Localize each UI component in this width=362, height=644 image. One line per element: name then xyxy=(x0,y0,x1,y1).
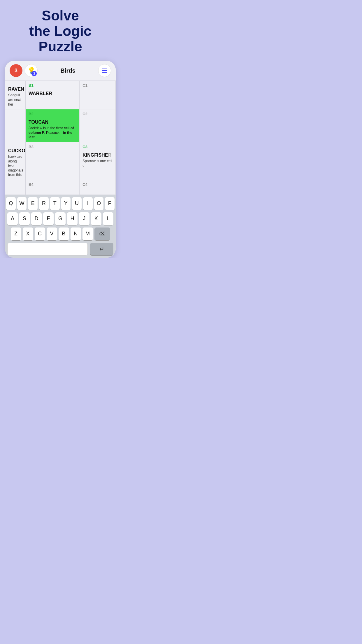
menu-icon-line3 xyxy=(102,72,107,73)
key-e[interactable]: E xyxy=(28,197,38,210)
cell-a1-word: RAVEN xyxy=(8,87,22,92)
keyboard-row-1: Q W E R T Y U I O P xyxy=(6,197,115,210)
keyboard-row-3: Z X C V B N M ⌫ xyxy=(6,228,115,240)
table-row: B4 C4 xyxy=(5,180,116,195)
menu-icon-line1 xyxy=(102,69,107,69)
key-y[interactable]: Y xyxy=(61,197,71,210)
hearts-count: 3 xyxy=(15,68,17,74)
key-g[interactable]: G xyxy=(55,212,66,225)
cell-c4-label: C4 xyxy=(82,182,113,187)
hints-badge[interactable]: 💡 3 xyxy=(25,64,38,77)
cell-c1[interactable]: C1 xyxy=(80,81,116,109)
return-key[interactable]: ↵ xyxy=(90,243,113,256)
key-q[interactable]: Q xyxy=(6,197,16,210)
keyboard-bottom-row: ↵ xyxy=(6,243,115,256)
text-input-bar[interactable] xyxy=(7,243,88,256)
cell-c3-label: C3 xyxy=(82,145,113,149)
cell-a4[interactable] xyxy=(5,180,26,195)
key-u[interactable]: U xyxy=(72,197,82,210)
cell-b2[interactable]: B2 TOUCAN Jackdaw is in the first cell o… xyxy=(26,109,80,142)
keyboard-row-2: A S D F G H J K L xyxy=(6,212,115,225)
cell-b2-clue: Jackdaw is in the first cell of column F… xyxy=(29,126,76,140)
key-x[interactable]: X xyxy=(23,228,33,240)
keyboard: Q W E R T Y U I O P A S D F G H J K L Z … xyxy=(5,195,116,258)
cell-a3-clue: hawk are along two diagonals from this xyxy=(8,155,22,177)
return-icon: ↵ xyxy=(99,246,104,253)
cell-b1-label: B1 xyxy=(29,83,76,88)
puzzle-title: Birds xyxy=(38,67,98,74)
cell-c1-label: C1 xyxy=(82,83,113,88)
cell-c3[interactable]: C3 KINGFISHER Sparrow is one cell c xyxy=(80,142,116,180)
cell-b4[interactable]: B4 xyxy=(26,180,80,195)
cell-a3[interactable]: CUCKOO hawk are along two diagonals from… xyxy=(5,142,26,180)
cell-b1[interactable]: B1 WARBLER xyxy=(26,81,80,109)
cell-c2-label: C2 xyxy=(82,112,113,116)
key-s[interactable]: S xyxy=(19,212,30,225)
menu-button[interactable] xyxy=(98,64,111,77)
key-n[interactable]: N xyxy=(71,228,81,240)
key-k[interactable]: K xyxy=(91,212,101,225)
grid-table: RAVEN Seagull are next her B1 WARBLER C1 xyxy=(5,80,116,195)
cell-a1[interactable]: RAVEN Seagull are next her xyxy=(5,81,26,109)
key-h[interactable]: H xyxy=(67,212,78,225)
cell-b2-label: B2 xyxy=(29,112,76,116)
cell-c3-word: KINGFISHER xyxy=(82,153,113,158)
table-row: RAVEN Seagull are next her B1 WARBLER C1 xyxy=(5,81,116,109)
cell-b3[interactable]: B3 xyxy=(26,142,80,180)
table-row: CUCKOO hawk are along two diagonals from… xyxy=(5,142,116,180)
puzzle-grid: RAVEN Seagull are next her B1 WARBLER C1 xyxy=(5,80,116,195)
menu-icon-line2 xyxy=(102,70,107,71)
key-w[interactable]: W xyxy=(17,197,27,210)
cell-b1-word: WARBLER xyxy=(29,91,76,96)
key-b[interactable]: B xyxy=(59,228,69,240)
backspace-key[interactable]: ⌫ xyxy=(94,228,110,240)
cell-a3-word: CUCKOO xyxy=(8,148,22,153)
cell-a2[interactable] xyxy=(5,109,26,142)
cell-c4[interactable]: C4 xyxy=(80,180,116,195)
hints-count: 3 xyxy=(31,71,37,76)
key-z[interactable]: Z xyxy=(11,228,21,240)
key-p[interactable]: P xyxy=(105,197,115,210)
cell-b3-label: B3 xyxy=(29,145,76,149)
hero-line1: Solve xyxy=(42,8,79,23)
cell-b2-word: TOUCAN xyxy=(29,120,76,125)
hearts-badge: 3 xyxy=(10,64,22,77)
key-d[interactable]: D xyxy=(31,212,42,225)
cell-c2[interactable]: C2 xyxy=(80,109,116,142)
key-r[interactable]: R xyxy=(39,197,49,210)
key-l[interactable]: L xyxy=(103,212,113,225)
table-row: B2 TOUCAN Jackdaw is in the first cell o… xyxy=(5,109,116,142)
app-card: 3 💡 3 Birds RAVEN Seagull are next her xyxy=(5,61,116,258)
key-t[interactable]: T xyxy=(50,197,60,210)
app-header: 3 💡 3 Birds xyxy=(5,61,116,80)
cell-b4-label: B4 xyxy=(29,182,76,187)
key-a[interactable]: A xyxy=(7,212,18,225)
hero-line2: the Logic Puzzle xyxy=(29,23,91,54)
cell-c3-clue: Sparrow is one cell c xyxy=(82,159,113,168)
key-f[interactable]: F xyxy=(43,212,54,225)
key-c[interactable]: C xyxy=(35,228,45,240)
key-o[interactable]: O xyxy=(94,197,104,210)
key-i[interactable]: I xyxy=(83,197,93,210)
key-v[interactable]: V xyxy=(47,228,57,240)
key-j[interactable]: J xyxy=(79,212,89,225)
key-m[interactable]: M xyxy=(82,228,93,240)
cell-a1-clue: Seagull are next her xyxy=(8,93,22,107)
hero-title: Solve the Logic Puzzle xyxy=(6,8,115,54)
